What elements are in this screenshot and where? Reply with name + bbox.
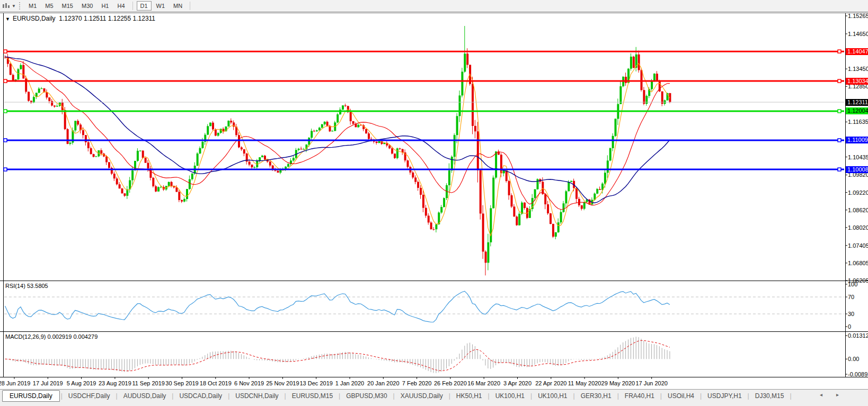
tab-scroll-right-icon[interactable]: ▸ xyxy=(836,392,839,398)
timeframe-button-m1[interactable]: M1 xyxy=(25,1,40,11)
date-tick: 18 Oct 2019 xyxy=(200,380,232,386)
chart-tab-audusd-daily[interactable]: AUDUSD,Daily xyxy=(118,391,172,401)
date-tick: 1 Jan 2020 xyxy=(335,380,364,386)
timeframe-button-h1[interactable]: H1 xyxy=(98,1,112,11)
date-tick: 17 Jun 2020 xyxy=(635,380,668,386)
rsi-tick-30: 30 xyxy=(848,311,854,317)
chart-title: ▼EURUSD,Daily 1.12370 1.12511 1.12255 1.… xyxy=(5,15,155,22)
date-tick: 29 May 2020 xyxy=(601,380,635,386)
price-tick-1.11635: 1.11635 xyxy=(848,119,868,125)
toolbar-separator xyxy=(132,2,133,10)
chart-tab-usdchf-daily[interactable]: USDCHF,Daily xyxy=(63,391,116,401)
mt4-window: ▼ M1M5M15M30H1H4D1W1MN ▼EURUSD,Daily 1.1… xyxy=(0,0,868,406)
chart-tab-eurusd-daily[interactable]: EURUSD,Daily xyxy=(2,390,60,402)
toolbar-separator xyxy=(190,2,190,10)
tab-scroll-arrows: ◂ ▸ xyxy=(820,392,839,398)
price-tick-1.06805: 1.06805 xyxy=(848,260,868,266)
price-tick-1.10435: 1.10435 xyxy=(848,154,868,160)
rsi-indicator-label: RSI(14) 53.5805 xyxy=(5,283,48,289)
chart-title-ohlc: 1.12370 1.12511 1.12255 1.12311 xyxy=(59,15,155,22)
date-tick: 17 Jul 2019 xyxy=(33,380,63,386)
collapse-icon[interactable]: ▼ xyxy=(5,16,10,22)
price-tick-1.08020: 1.08020 xyxy=(848,224,868,231)
timeframe-button-h4[interactable]: H4 xyxy=(113,1,128,11)
chart-tab-uk100-h1[interactable]: UK100,H1 xyxy=(490,391,530,401)
price-badge-1.12004: 1.12004 xyxy=(846,107,868,114)
timeframe-button-d1[interactable]: D1 xyxy=(137,1,152,11)
chart-type-icon[interactable] xyxy=(0,1,12,11)
date-tick: 13 Dec 2019 xyxy=(299,380,332,386)
price-tick-1.15265: 1.15265 xyxy=(848,13,868,19)
chart-tab-usdcnh-daily[interactable]: USDCNH,Daily xyxy=(229,391,284,401)
timeframe-buttons: M1M5M15M30H1H4D1W1MN xyxy=(24,1,193,11)
price-badge-1.10008: 1.10008 xyxy=(846,166,868,173)
chart-tab-fra40-h1[interactable]: FRA40,H1 xyxy=(619,391,660,401)
tab-separator: | xyxy=(790,392,791,400)
toolbar-grip-handle[interactable] xyxy=(19,2,21,10)
date-tick: 6 Nov 2019 xyxy=(234,380,264,386)
macd-tick-zero: 0.00 xyxy=(848,356,859,362)
chart-tab-hk50-h1[interactable]: HK50,H1 xyxy=(450,391,488,401)
date-tick: 3 Apr 2020 xyxy=(503,380,532,386)
chart-title-symbol: EURUSD,Daily xyxy=(13,15,56,22)
price-badge-1.14047: 1.14047 xyxy=(846,48,868,55)
chart-tab-usoil-h4[interactable]: USOil,H4 xyxy=(662,391,700,401)
timeframe-button-w1[interactable]: W1 xyxy=(153,1,169,11)
chart-tab-ger30-h1[interactable]: GER30,H1 xyxy=(575,391,617,401)
chart-tab-bar: EURUSD,Daily|USDCHF,Daily|AUDUSD,Daily|U… xyxy=(0,389,868,406)
chart-type-dropdown-icon[interactable]: ▼ xyxy=(12,4,18,8)
date-tick: 16 Mar 2020 xyxy=(467,380,500,386)
timeframe-button-m30[interactable]: M30 xyxy=(78,1,96,11)
macd-tick-top: 0.013121 xyxy=(848,332,868,339)
chart-tab-dj30-m15[interactable]: DJ30,M15 xyxy=(749,391,790,401)
price-tick-1.13450: 1.13450 xyxy=(848,66,868,72)
price-badge-1.13034: 1.13034 xyxy=(846,78,868,85)
macd-indicator-label: MACD(12,26,9) 0.002919 0.004279 xyxy=(5,333,98,340)
timeframe-button-m5[interactable]: M5 xyxy=(41,1,57,11)
chart-canvas[interactable] xyxy=(0,13,868,389)
current-price-badge: 1.12311 xyxy=(846,99,868,106)
price-tick-1.08620: 1.08620 xyxy=(848,207,868,213)
price-tick-1.14650: 1.14650 xyxy=(848,31,868,37)
timeframe-button-mn[interactable]: MN xyxy=(170,1,186,11)
rsi-tick-100: 100 xyxy=(848,281,857,287)
chart-tab-gbpusd-m30[interactable]: GBPUSD,M30 xyxy=(340,391,393,401)
tab-scroll-left-icon[interactable]: ◂ xyxy=(820,392,822,398)
chart-tab-usdcad-daily[interactable]: USDCAD,Daily xyxy=(173,391,228,401)
toolbar: ▼ M1M5M15M30H1H4D1W1MN xyxy=(0,0,868,12)
date-tick: 11 May 2020 xyxy=(568,380,601,386)
rsi-tick-70: 70 xyxy=(848,294,854,300)
timeframe-button-m15[interactable]: M15 xyxy=(58,1,77,11)
date-tick: 28 Jun 2019 xyxy=(0,380,30,386)
date-tick: 11 Sep 2019 xyxy=(132,380,165,386)
date-tick: 26 Feb 2020 xyxy=(434,380,467,386)
date-tick: 23 Aug 2019 xyxy=(99,380,131,386)
chart-tab-eurusd-m15[interactable]: EURUSD,M15 xyxy=(286,391,339,401)
macd-tick-bottom: -0.008933 xyxy=(848,371,868,377)
price-tick-1.09220: 1.09220 xyxy=(848,190,868,196)
date-tick: 25 Nov 2019 xyxy=(266,380,299,386)
chart-tab-uk100-h1[interactable]: UK100,H1 xyxy=(532,391,573,401)
chart-tab-usdjpy-h1[interactable]: USDJPY,H1 xyxy=(702,391,747,401)
date-tick: 22 Apr 2020 xyxy=(535,380,566,386)
date-tick: 5 Aug 2019 xyxy=(67,380,96,386)
chart-tabs: EURUSD,Daily|USDCHF,Daily|AUDUSD,Daily|U… xyxy=(2,390,792,402)
price-tick-1.07405: 1.07405 xyxy=(848,242,868,249)
date-tick: 20 Jan 2020 xyxy=(367,380,400,386)
date-tick: 7 Feb 2020 xyxy=(402,380,432,386)
rsi-tick-0: 0 xyxy=(848,323,851,330)
price-badge-1.11009: 1.11009 xyxy=(846,137,868,143)
date-tick: 30 Sep 2019 xyxy=(165,380,198,386)
chart-window: ▼EURUSD,Daily 1.12370 1.12511 1.12255 1.… xyxy=(0,13,868,389)
chart-tab-xauusd-daily[interactable]: XAUUSD,Daily xyxy=(395,391,449,401)
